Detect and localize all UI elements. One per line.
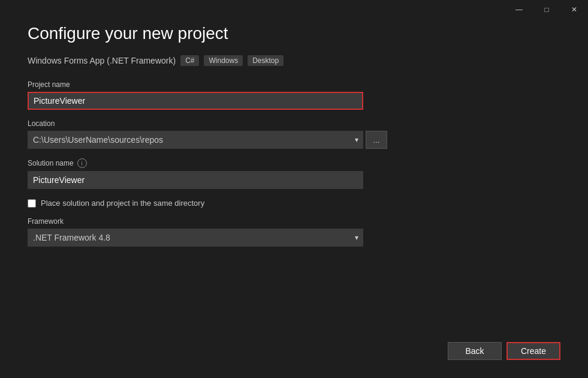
create-button[interactable]: Create	[506, 342, 560, 360]
same-directory-label: Place solution and project in the same d…	[41, 199, 204, 208]
project-name-group: Project name	[28, 80, 560, 110]
bottom-bar: Back Create	[28, 330, 560, 360]
location-row: C:\Users\UserName\sources\repos ...	[28, 131, 560, 149]
minimize-button[interactable]: —	[505, 0, 533, 19]
solution-name-label: Solution name i	[28, 158, 560, 168]
subtitle-row: Windows Forms App (.NET Framework) C# Wi…	[28, 55, 560, 66]
title-bar: — □ ✕	[505, 0, 588, 19]
project-name-input[interactable]	[28, 92, 363, 110]
location-group: Location C:\Users\UserName\sources\repos…	[28, 119, 560, 149]
location-select[interactable]: C:\Users\UserName\sources\repos	[28, 131, 363, 149]
main-content: Configure your new project Windows Forms…	[0, 0, 588, 378]
maximize-button[interactable]: □	[533, 0, 560, 19]
close-button[interactable]: ✕	[560, 0, 588, 19]
form-section: Project name Location C:\Users\UserName\…	[28, 80, 560, 330]
page-title: Configure your new project	[28, 24, 560, 43]
tag-windows: Windows	[204, 55, 243, 66]
tag-csharp: C#	[180, 55, 199, 66]
framework-select-wrapper: .NET Framework 4.8	[28, 229, 363, 247]
solution-name-info-icon[interactable]: i	[77, 158, 87, 168]
same-directory-row: Place solution and project in the same d…	[28, 199, 560, 208]
back-button[interactable]: Back	[448, 342, 502, 360]
framework-group: Framework .NET Framework 4.8	[28, 217, 560, 247]
project-name-label: Project name	[28, 80, 560, 89]
subtitle-text: Windows Forms App (.NET Framework)	[28, 56, 176, 65]
solution-name-group: Solution name i	[28, 158, 560, 189]
tag-desktop: Desktop	[248, 55, 284, 66]
solution-name-input[interactable]	[28, 171, 363, 189]
framework-label: Framework	[28, 217, 560, 226]
framework-select[interactable]: .NET Framework 4.8	[28, 229, 363, 247]
location-select-wrapper: C:\Users\UserName\sources\repos	[28, 131, 363, 149]
location-label: Location	[28, 119, 560, 128]
browse-button[interactable]: ...	[366, 131, 387, 149]
same-directory-checkbox[interactable]	[28, 199, 36, 208]
